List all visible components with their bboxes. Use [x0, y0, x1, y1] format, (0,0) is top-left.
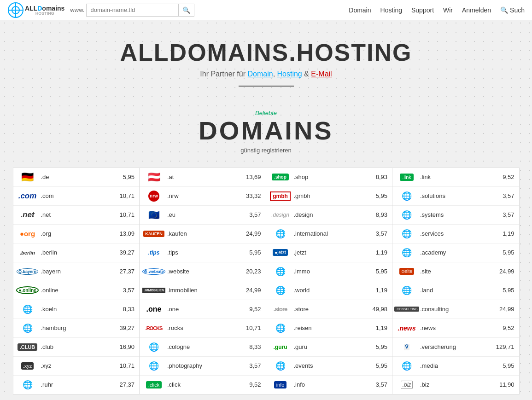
domain-column-2: .shop .shop 8,93 gmbh .gmbh 5,95 .design… [266, 168, 393, 394]
domain-row[interactable]: Q.bayern .bayern 27,37 [13, 262, 140, 281]
domain-row[interactable]: .store .store 49,98 [266, 300, 392, 319]
domain-row[interactable]: .CONSULTING .consulting 24,99 [392, 300, 519, 319]
domain-row[interactable]: V̈ .versicherung 129,71 [392, 338, 519, 357]
domain-row[interactable]: 🌐 .academy 5,95 [392, 243, 519, 262]
domain-logo: .net [18, 209, 37, 221]
domain-price: 1,19 [369, 287, 387, 294]
domains-subtitle: günstig registrieren [9, 147, 523, 154]
domain-name: .biz [420, 381, 492, 388]
domain-name: .org [41, 230, 113, 237]
domains-title: DOMAINS [9, 116, 523, 145]
domain-logo: info [271, 378, 290, 391]
domain-row[interactable]: .xyz .xyz 10,71 [13, 357, 140, 376]
nav-anmelden[interactable]: Anmelden [462, 6, 491, 14]
domain-name: .immobilien [167, 287, 239, 294]
domain-row[interactable]: KAUFEN .kaufen 24,99 [140, 225, 266, 243]
domain-logo: .com [18, 190, 37, 203]
domain-row[interactable]: .biz .biz 11,90 [392, 376, 519, 394]
domain-row[interactable]: ⊙site .site 24,99 [392, 262, 519, 281]
domain-logo: .design [271, 209, 290, 221]
nav-such-label: Such [510, 6, 525, 14]
domain-row[interactable]: ●jetzt .jetzt 1,19 [266, 243, 392, 262]
search-button[interactable]: 🔍 [178, 4, 194, 17]
domain-row[interactable]: info .info 3,57 [266, 376, 392, 394]
nav-wir[interactable]: Wir [443, 6, 453, 14]
domain-logo: 🌐 [144, 341, 164, 354]
domains-label: Beliebte [9, 110, 523, 116]
domain-logo: .link [397, 171, 416, 184]
hero-subtitle-mid: , [273, 70, 277, 78]
domain-logo: 🌐 [397, 190, 416, 203]
nav-support[interactable]: Support [411, 6, 434, 14]
domain-row[interactable]: 🌐 .reisen 1,19 [266, 319, 392, 338]
domain-row[interactable]: 🇩🇪 .de 5,95 [13, 168, 140, 187]
domain-row[interactable]: 🌐 .services 1,19 [392, 225, 519, 243]
domain-price: 1,19 [369, 325, 387, 331]
domain-logo: 🌐 [271, 227, 290, 240]
domain-row[interactable]: ●.online .online 3,57 [13, 281, 140, 300]
domain-row[interactable]: .guru .guru 5,95 [266, 338, 392, 357]
main-nav: Domain Hosting Support Wir Anmelden 🔍 Su… [349, 6, 525, 14]
nav-hosting[interactable]: Hosting [380, 6, 402, 14]
domain-price: 33,32 [243, 192, 261, 199]
domain-row[interactable]: 🌐 .land 5,95 [392, 281, 519, 300]
hero-link-domain[interactable]: Domain [247, 70, 273, 78]
domain-logo: 🌐 [18, 378, 37, 391]
domain-row[interactable]: 🌐 .world 1,19 [266, 281, 392, 300]
hero-link-hosting[interactable]: Hosting [277, 70, 302, 78]
domain-row[interactable]: 🌐 .koeln 8,33 [13, 300, 140, 319]
domain-name: .services [420, 230, 492, 237]
domain-row[interactable]: .one .one 9,52 [140, 300, 266, 319]
domain-price: 9,52 [496, 325, 514, 331]
hero-subtitle: Ihr Partner für Domain, Hosting & E-Mail [9, 70, 523, 78]
domain-row[interactable]: .tips .tips 5,95 [140, 243, 266, 262]
domain-row[interactable]: 🌐 .solutions 3,57 [392, 187, 519, 206]
domain-row[interactable]: gmbh .gmbh 5,95 [266, 187, 392, 206]
domain-price: 3,57 [243, 362, 261, 369]
domain-row[interactable]: .news .news 9,52 [392, 319, 519, 338]
domain-row[interactable]: 🌐 .ruhr 27,37 [13, 376, 140, 394]
domain-row[interactable]: 🌐 .media 5,95 [392, 357, 519, 376]
domain-row[interactable]: .CLUB .club 16,90 [13, 338, 140, 357]
domain-price: 27,37 [116, 381, 134, 388]
domain-row[interactable]: 🌐 .events 5,95 [266, 357, 392, 376]
domain-name: .nrw [167, 192, 239, 199]
domain-row[interactable]: 🇪🇺 .eu 3,57 [140, 206, 266, 225]
site-logo[interactable]: ALLDomains HOSTING [7, 2, 64, 18]
domain-row[interactable]: .click .click 9,52 [140, 376, 266, 394]
domain-row[interactable]: .net .net 10,71 [13, 206, 140, 225]
domain-row[interactable]: ⊙.website .website 20,23 [140, 262, 266, 281]
domain-row[interactable]: 🇦🇹 .at 13,69 [140, 168, 266, 187]
domain-row[interactable]: 🌐 .international 3,57 [266, 225, 392, 243]
domain-price: 27,37 [116, 268, 134, 275]
domain-row[interactable]: ●org .org 13,09 [13, 225, 140, 243]
domain-logo: 🌐 [18, 322, 37, 335]
hero-title: ALLDOMAINS.HOSTING [9, 39, 523, 66]
hero-section: ALLDOMAINS.HOSTING Ihr Partner für Domai… [0, 20, 532, 96]
domain-logo: 🇪🇺 [144, 209, 164, 221]
domain-row[interactable]: .shop .shop 8,93 [266, 168, 392, 187]
domain-logo: .CLUB [18, 341, 37, 354]
domain-price: 3,57 [496, 192, 514, 199]
domain-price: 13,69 [243, 174, 261, 180]
domain-row[interactable]: nrw .nrw 33,32 [140, 187, 266, 206]
domain-row[interactable]: 🌐 .hamburg 39,27 [13, 319, 140, 338]
domain-row[interactable]: .berlin .berlin 39,27 [13, 243, 140, 262]
domain-row[interactable]: .link .link 9,52 [392, 168, 519, 187]
hero-link-email[interactable]: E-Mail [311, 70, 332, 78]
search-input[interactable] [86, 4, 178, 17]
domain-row[interactable]: 🌐 .cologne 8,33 [140, 338, 266, 357]
domain-row[interactable]: 🌐 .systems 3,57 [392, 206, 519, 225]
domain-row[interactable]: .IMMOBILIEN .immobilien 24,99 [140, 281, 266, 300]
domain-row[interactable]: .ROCKS .rocks 10,71 [140, 319, 266, 338]
domain-price: 3,57 [496, 211, 514, 218]
domain-row[interactable]: .design .design 8,93 [266, 206, 392, 225]
domain-search-bar: www. 🔍 [70, 4, 194, 17]
nav-search[interactable]: 🔍 Such [500, 6, 525, 14]
domain-row[interactable]: .com .com 10,71 [13, 187, 140, 206]
domain-price: 5,95 [496, 362, 514, 369]
domain-row[interactable]: 🌐 .immo 5,95 [266, 262, 392, 281]
domain-row[interactable]: 🌐 .photography 3,57 [140, 357, 266, 376]
nav-domain[interactable]: Domain [349, 6, 371, 14]
domain-logo: 🌐 [397, 227, 416, 240]
